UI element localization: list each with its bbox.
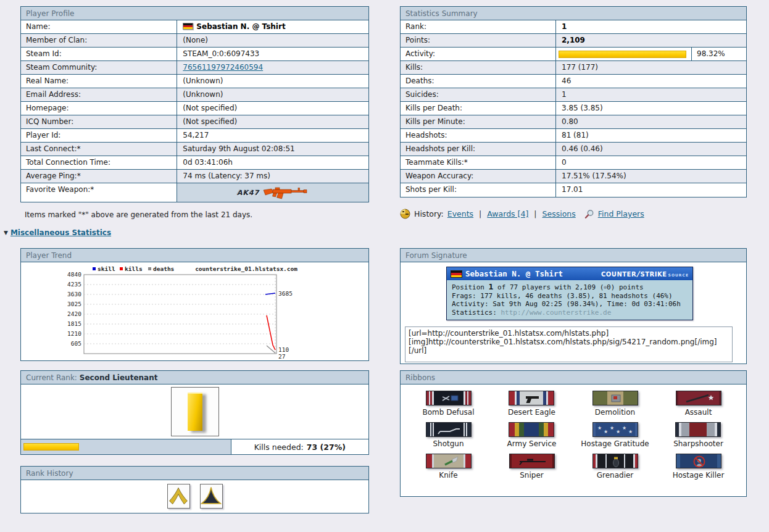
table-row: Player Id: 54,217	[21, 129, 368, 143]
player-trend-panel: Player Trend skill kills deaths counters…	[20, 248, 369, 361]
rank-progress-bar	[21, 439, 231, 454]
sessions-link[interactable]: Sessions	[542, 209, 576, 218]
ribbon-item: Bomb Defusal	[422, 391, 474, 417]
ribbon-item: Hostage Killer	[673, 454, 725, 480]
y-tick: 1815	[67, 320, 81, 327]
table-row: Email Address: (Unknown)	[21, 88, 368, 102]
chart-title: counterstrike_01.hlstatsx.com	[195, 265, 297, 272]
miscellaneous-statistics-link[interactable]: Miscellaneous Statistics	[10, 228, 111, 237]
ribbons-panel: Ribbons Bomb Defusal Desert Eagle Demoli…	[400, 370, 747, 497]
rank-history-insignia-1	[167, 484, 190, 509]
table-row: Deaths: 46	[401, 75, 746, 88]
svg-text:★: ★	[616, 429, 620, 434]
legend-label: skill	[98, 265, 115, 272]
events-link[interactable]: Events	[447, 209, 473, 218]
table-row-favorite-weapon: Favorite Weapon:* AK47	[21, 183, 368, 202]
rank-history-panel: Rank History	[20, 466, 369, 513]
history-label: History:	[414, 209, 444, 218]
legend-swatch-deaths	[148, 267, 151, 270]
table-row: Kills: 177 (177)	[401, 61, 746, 75]
demolition-ribbon-icon	[592, 391, 638, 405]
hlstatsx-player-page: Player Profile Name: Sebastian N. @ Tshi…	[0, 0, 769, 532]
statistics-summary-panel: Statistics Summary Rank: 1 Points: 2,109…	[400, 6, 747, 197]
find-players-link[interactable]: Find Players	[598, 209, 644, 218]
signature-line-statistics: Statistics: http://www.counterstrike.de	[452, 309, 688, 317]
ribbon-item: ★ ★ ★ ★ ★ ★ Hostage Gratitude	[581, 422, 649, 448]
activity-percent: 98.32%	[692, 48, 746, 60]
signature-bbcode-textarea[interactable]: [url=http://counterstrike_01.hlstatsx.co…	[405, 326, 733, 362]
assault-ribbon-icon	[676, 391, 721, 405]
player-name-value: Sebastian N. @ Tshirt	[177, 20, 368, 33]
history-links-bar: History: Events | Awards [4] | Sessions …	[400, 209, 644, 219]
activity-bar	[556, 48, 692, 60]
signature-line-position: Position 1 of 77 players with 2,109 (●0)…	[452, 283, 688, 292]
skill-end-label: 3685	[278, 290, 293, 297]
signature-line-frags: Frags: 177 kills, 46 deaths (3.85), 81 h…	[452, 292, 688, 301]
legend-swatch-kills	[120, 267, 123, 270]
sharpshooter-ribbon-icon	[675, 422, 721, 437]
table-row: Name: Sebastian N. @ Tshirt	[21, 20, 368, 34]
shotgun-ribbon-icon	[426, 422, 472, 437]
ak47-weapon-icon	[263, 185, 309, 201]
signature-player-name: Sebastian N. @ Tshirt	[465, 269, 563, 278]
rank-history-insignia-2	[200, 484, 223, 509]
activity-bar-fill	[559, 51, 686, 58]
knife-ribbon-icon	[426, 454, 472, 468]
table-row: Steam Id: STEAM_0:0:6097433	[21, 48, 368, 61]
y-tick: 2420	[67, 310, 81, 317]
ribbon-item: Army Service	[507, 422, 557, 448]
table-row: Points: 2,109	[401, 34, 746, 48]
player-name: Sebastian N. @ Tshirt	[196, 22, 285, 31]
table-row: Steam Community: 76561197972460594	[21, 61, 368, 75]
kills-needed-value: 73 (27%)	[307, 443, 346, 452]
grenadier-ribbon-icon	[592, 454, 638, 468]
legend-label: deaths	[153, 265, 174, 272]
panel-title: Ribbons	[401, 371, 746, 384]
table-row: Headshots: 81 (81)	[401, 129, 746, 143]
counter-strike-source-logo: COUNTER/STRIKESOURCE	[601, 270, 689, 278]
asterisk-note: Items marked "*" above are generated fro…	[25, 210, 252, 219]
panel-title: Player Profile	[21, 7, 368, 20]
table-row: Teammate Kills:* 0	[401, 156, 746, 170]
gold-chevron-icon	[168, 485, 189, 507]
panel-title: Rank History	[21, 467, 368, 480]
svg-text:★: ★	[628, 429, 633, 434]
current-rank-panel: Current Rank: Second Lieutenant Kills ne…	[20, 370, 369, 455]
table-row: Suicides: 1	[401, 88, 746, 102]
current-rank-value: Second Lieutenant	[80, 373, 158, 382]
y-tick: 605	[71, 340, 81, 347]
deaths-end-label: 27	[278, 353, 285, 360]
awards-link[interactable]: Awards [4]	[487, 209, 528, 218]
table-row: Real Name: (Unknown)	[21, 75, 368, 88]
table-row: Member of Clan: (None)	[21, 34, 368, 48]
legend-swatch-skill	[93, 267, 96, 270]
ribbon-item: Demolition	[592, 391, 638, 417]
y-tick: 3025	[67, 301, 81, 307]
table-row: ICQ Number: (Not specified)	[21, 115, 368, 129]
panel-title: Statistics Summary	[401, 7, 746, 20]
ribbon-item: Assault	[676, 391, 721, 417]
current-rank-label: Current Rank:	[26, 373, 77, 382]
y-tick: 4235	[67, 281, 81, 288]
table-row: Weapon Accuracy: 17.51% (17.54%)	[401, 170, 746, 183]
ribbon-item: Sniper	[509, 454, 555, 480]
progress-fill	[23, 443, 79, 451]
ribbon-item: Grenadier	[592, 454, 638, 480]
svg-text:★: ★	[622, 425, 626, 431]
panel-title: Forum Signature	[401, 249, 746, 262]
ribbon-item: Knife	[426, 454, 472, 480]
signature-line-activity: Activity: Sat 9th Aug 02:25 (98.34%), Ti…	[452, 300, 688, 309]
miscellaneous-statistics-toggle[interactable]: ▼Miscellaneous Statistics	[4, 228, 111, 237]
y-tick: 3630	[67, 291, 81, 297]
player-trend-chart: skill kills deaths counterstrike_01.hlst…	[56, 265, 315, 360]
player-profile-panel: Player Profile Name: Sebastian N. @ Tshi…	[20, 6, 369, 202]
table-row: Kills per Minute: 0.80	[401, 115, 746, 129]
hostage-killer-ribbon-icon	[676, 454, 721, 468]
table-row: Average Ping:* 74 ms (Latency: 37 ms)	[21, 170, 368, 183]
table-row: Headshots per Kill: 0.46 (0.46)	[401, 143, 746, 156]
table-row: Rank: 1	[401, 20, 746, 34]
germany-flag-icon	[451, 270, 462, 278]
table-row: Total Connection Time: 0d 03:41:06h	[21, 156, 368, 170]
steam-community-link[interactable]: 76561197972460594	[183, 63, 263, 72]
germany-flag-icon	[183, 23, 193, 30]
